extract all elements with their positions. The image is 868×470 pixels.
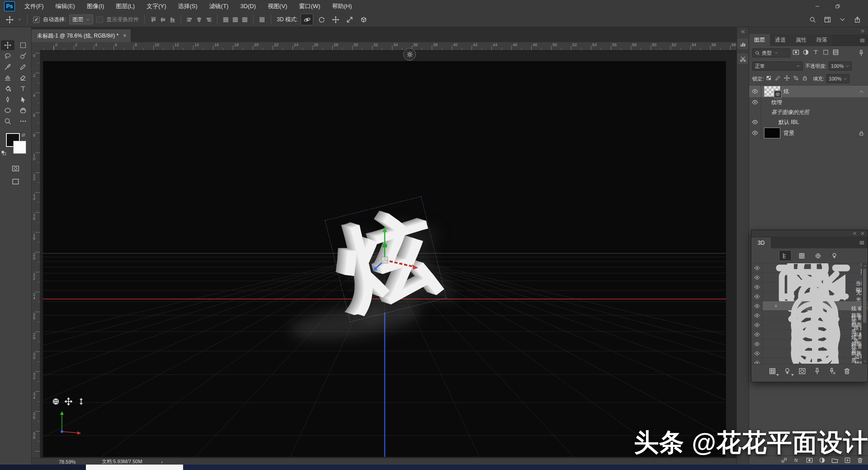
type-tool[interactable] xyxy=(16,84,30,94)
layer-name[interactable]: 默认 IBL xyxy=(778,119,868,126)
visibility-eye-icon[interactable] xyxy=(749,97,761,107)
clone-stamp-tool[interactable] xyxy=(1,73,14,83)
move-tool[interactable] xyxy=(1,40,14,50)
minimize-icon[interactable] xyxy=(807,0,827,12)
lock-lock[interactable] xyxy=(802,75,810,83)
visibility-eye-icon[interactable] xyxy=(751,339,763,348)
3d-filter-material[interactable] xyxy=(812,251,824,261)
align-left-icon[interactable] xyxy=(186,16,193,23)
marquee-tool[interactable] xyxy=(16,40,30,50)
tab-通道[interactable]: 通道 xyxy=(770,34,791,46)
visibility-eye-icon[interactable] xyxy=(751,311,763,320)
layer-row[interactable]: 背景 xyxy=(749,127,868,139)
auto-select-checkbox[interactable]: ✓ xyxy=(33,16,40,23)
align-right-icon[interactable] xyxy=(205,16,212,23)
distribute-h-icon[interactable] xyxy=(259,16,265,23)
menu-3D(D)[interactable]: 3D(D) xyxy=(234,0,262,12)
layer-name[interactable]: 纹理 xyxy=(771,99,868,106)
menu-视图(V)[interactable]: 视图(V) xyxy=(262,0,293,12)
layer-thumbnail[interactable] xyxy=(764,86,780,97)
menu-文字(Y)[interactable]: 文字(Y) xyxy=(141,0,172,12)
menu-窗口(W)[interactable]: 窗口(W) xyxy=(293,0,326,12)
collapsed-panel-slice[interactable] xyxy=(737,53,748,64)
layer-thumbnail[interactable] xyxy=(764,128,780,138)
updown-icon[interactable] xyxy=(77,398,85,405)
lock-checker[interactable] xyxy=(766,75,774,83)
3d-tool-pin[interactable] xyxy=(813,367,821,375)
visibility-eye-icon[interactable] xyxy=(751,320,763,329)
visibility-eye-icon[interactable] xyxy=(749,117,761,127)
document-tab[interactable]: 未标题-1 @ 78.6% (炫, RGB/8#) * × xyxy=(32,29,131,42)
3d-filter-meshgrid[interactable] xyxy=(796,251,808,261)
pan3d-icon[interactable] xyxy=(65,398,72,405)
distribute-v-icon[interactable] xyxy=(232,16,239,23)
3d-mode-scale3d[interactable] xyxy=(358,14,369,25)
3d-mode-slide3d[interactable] xyxy=(344,14,355,25)
layer-name[interactable]: 炫 xyxy=(783,88,859,95)
expand-panels-icon[interactable] xyxy=(740,29,745,34)
3d-tool-bulb[interactable] xyxy=(783,367,791,375)
filter-adjust-half[interactable] xyxy=(802,49,811,57)
tab-属性[interactable]: 属性 xyxy=(791,34,811,46)
panel-menu-icon[interactable] xyxy=(856,34,868,46)
visibility-eye-icon[interactable] xyxy=(751,301,763,310)
align-top-icon[interactable] xyxy=(150,16,157,23)
filter-type-filter[interactable] xyxy=(812,49,821,57)
visibility-eye-icon[interactable] xyxy=(751,349,763,358)
tab-图层[interactable]: 图层 xyxy=(749,34,770,46)
expand-caret[interactable]: ∨ xyxy=(774,304,778,308)
3d-filter-scenetree[interactable] xyxy=(779,250,792,261)
share-icon[interactable] xyxy=(854,16,861,23)
layer-row[interactable]: 基于图像的光照 xyxy=(749,107,868,117)
status-options-chevron[interactable]: › xyxy=(161,459,163,465)
3d-tool-render[interactable] xyxy=(798,367,806,375)
visibility-empty[interactable] xyxy=(749,107,761,117)
workspace-icon[interactable] xyxy=(824,16,831,23)
lock-croplock[interactable] xyxy=(793,75,801,83)
close-icon[interactable] xyxy=(848,0,868,12)
quick-select-tool[interactable] xyxy=(16,51,30,61)
menu-文件(F)[interactable]: 文件(F) xyxy=(19,0,50,12)
taskbar-open-window[interactable] xyxy=(86,465,183,470)
ellipse-tool[interactable] xyxy=(1,105,14,115)
align-center-h-icon[interactable] xyxy=(196,16,203,23)
chevron-down-icon[interactable] xyxy=(18,18,22,22)
3d-move-gizmo[interactable] xyxy=(353,224,421,296)
panel-menu-icon[interactable] xyxy=(856,237,868,248)
tab-段落[interactable]: 段落 xyxy=(811,34,832,46)
menu-图像(I)[interactable]: 图像(I) xyxy=(81,0,110,12)
visibility-eye-icon[interactable] xyxy=(751,292,763,301)
scrollbar-thumb[interactable] xyxy=(863,269,866,323)
collapse-panel-icon[interactable] xyxy=(852,231,857,236)
align-middle-v-icon[interactable] xyxy=(160,16,166,23)
filter-shape-filter[interactable] xyxy=(822,49,831,57)
quick-mask-icon[interactable] xyxy=(12,165,19,172)
close-panel-icon[interactable] xyxy=(860,231,865,236)
pen-tool[interactable] xyxy=(1,95,14,104)
collapsed-panel-histogram[interactable] xyxy=(737,38,748,49)
distribute-v-icon[interactable] xyxy=(241,16,248,23)
3d-mode-pan3d[interactable] xyxy=(330,14,341,25)
screen-mode-icon[interactable] xyxy=(12,178,19,185)
3d-tool-meshgrid[interactable] xyxy=(769,367,776,375)
opacity-input[interactable]: 100% xyxy=(829,62,852,71)
zoom-tool[interactable] xyxy=(1,116,14,126)
3d-tool-pinx[interactable] xyxy=(828,367,836,375)
more-tools[interactable] xyxy=(16,116,30,126)
menu-编辑(E)[interactable]: 编辑(E) xyxy=(50,0,81,12)
3d-list-scrollbar[interactable] xyxy=(862,263,867,364)
fill-input[interactable]: 100% xyxy=(826,74,849,83)
menu-滤镜(T)[interactable]: 滤镜(T) xyxy=(203,0,235,12)
chevdown-icon[interactable] xyxy=(839,16,846,23)
3d-filter-bulb[interactable] xyxy=(829,251,840,261)
globe-icon[interactable] xyxy=(52,398,60,405)
menu-选择(S)[interactable]: 选择(S) xyxy=(172,0,203,12)
scroll-up-icon[interactable] xyxy=(862,263,867,268)
blend-mode-dropdown[interactable]: 正常 xyxy=(752,62,803,71)
3d-mode-orbit3d[interactable] xyxy=(301,14,313,25)
visibility-eye-icon[interactable] xyxy=(749,85,761,97)
distribute-v-icon[interactable] xyxy=(222,16,229,23)
paint-bucket-tool[interactable] xyxy=(1,84,14,94)
collapse-layer-icon[interactable] xyxy=(859,89,864,95)
lock-move[interactable] xyxy=(784,75,792,83)
